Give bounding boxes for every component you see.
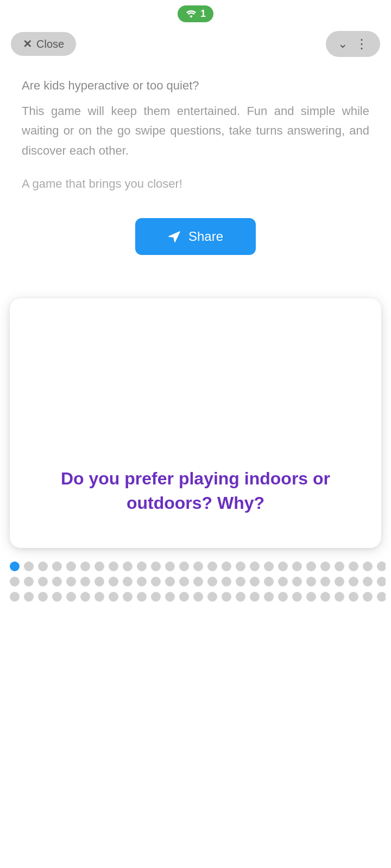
main-content: Are kids hyperactive or too quiet? This … [0, 62, 391, 298]
pagination-dot[interactable] [236, 561, 245, 571]
pagination-dot[interactable] [80, 561, 90, 571]
pagination-dot[interactable] [222, 577, 231, 586]
pagination-dot[interactable] [123, 577, 133, 586]
pagination-dot[interactable] [207, 592, 217, 602]
pagination-dot[interactable] [193, 561, 203, 571]
pagination-dot[interactable] [66, 577, 76, 586]
pagination-dot[interactable] [264, 561, 274, 571]
pagination-dot[interactable] [123, 592, 133, 602]
share-label: Share [188, 229, 223, 244]
pagination-dot[interactable] [292, 561, 302, 571]
pagination-dot[interactable] [335, 561, 344, 571]
pagination-dot[interactable] [179, 592, 189, 602]
pagination-dot[interactable] [349, 561, 358, 571]
status-bar: 1 [0, 0, 391, 25]
pagination-dot[interactable] [52, 561, 62, 571]
pagination-dot[interactable] [123, 561, 133, 571]
close-button[interactable]: ✕ Close [11, 32, 76, 56]
pagination-dot[interactable] [363, 561, 373, 571]
pagination-dot[interactable] [193, 592, 203, 602]
wifi-icon [185, 10, 197, 18]
pagination-dot[interactable] [151, 577, 161, 586]
pagination-dot[interactable] [24, 577, 34, 586]
pagination-dot[interactable] [52, 577, 62, 586]
pagination-dot[interactable] [38, 592, 48, 602]
pagination-dot[interactable] [335, 577, 344, 586]
pagination-dot[interactable] [278, 577, 288, 586]
pagination-dot[interactable] [52, 592, 62, 602]
pagination-dot[interactable] [10, 592, 20, 602]
pagination-dot[interactable] [66, 592, 76, 602]
more-options-icon: ⋮ [355, 36, 369, 52]
pagination-dot[interactable] [377, 577, 386, 586]
pagination-dot[interactable] [10, 577, 20, 586]
pagination-dot[interactable] [165, 561, 175, 571]
pagination-dot[interactable] [38, 577, 48, 586]
pagination-dot[interactable] [207, 561, 217, 571]
pagination-dot[interactable] [165, 577, 175, 586]
pagination-dot[interactable] [306, 577, 316, 586]
pagination-dot[interactable] [38, 561, 48, 571]
pagination-dot[interactable] [179, 577, 189, 586]
pagination-dot[interactable] [377, 561, 386, 571]
pagination-dot[interactable] [292, 592, 302, 602]
pagination-dot[interactable] [137, 577, 147, 586]
pagination-dot[interactable] [66, 561, 76, 571]
pagination-dot[interactable] [24, 592, 34, 602]
pagination-dot[interactable] [349, 577, 358, 586]
pagination-dot[interactable] [94, 592, 104, 602]
pagination-dot[interactable] [250, 592, 260, 602]
pagination-dot[interactable] [109, 577, 118, 586]
pagination-dot[interactable] [193, 577, 203, 586]
pagination-dot[interactable] [320, 592, 330, 602]
pagination-dot[interactable] [363, 577, 373, 586]
pagination-dot[interactable] [377, 592, 386, 602]
pagination-dot[interactable] [222, 561, 231, 571]
description-body: This game will keep them entertained. Fu… [22, 101, 369, 161]
pagination-dot[interactable] [250, 577, 260, 586]
pagination-dot[interactable] [349, 592, 358, 602]
pagination-dot[interactable] [137, 592, 147, 602]
share-button-container: Share [22, 218, 369, 255]
pagination-dot[interactable] [278, 592, 288, 602]
question-card[interactable]: Do you prefer playing indoors or outdoor… [10, 298, 381, 548]
pagination-dot[interactable] [320, 577, 330, 586]
share-button[interactable]: Share [135, 218, 256, 255]
x-icon: ✕ [23, 37, 32, 50]
chevron-down-button[interactable]: ⌄ [335, 36, 351, 52]
question-text: Do you prefer playing indoors or outdoor… [31, 467, 360, 515]
pagination-dot[interactable] [165, 592, 175, 602]
pagination-dot[interactable] [278, 561, 288, 571]
description-title: Are kids hyperactive or too quiet? [22, 79, 369, 93]
send-icon [168, 230, 181, 243]
pagination-dot[interactable] [306, 561, 316, 571]
more-options-button[interactable]: ⋮ [353, 35, 371, 53]
pagination-dot[interactable] [306, 592, 316, 602]
pagination-dot[interactable] [151, 561, 161, 571]
card-section: Do you prefer playing indoors or outdoor… [0, 298, 391, 548]
pagination-dot[interactable] [236, 577, 245, 586]
pagination-dot[interactable] [94, 577, 104, 586]
dots-pagination [0, 548, 391, 610]
tagline: A game that brings you closer! [22, 177, 369, 191]
pagination-dot[interactable] [10, 561, 20, 571]
pagination-dot[interactable] [109, 561, 118, 571]
pagination-dot[interactable] [363, 592, 373, 602]
pagination-dot[interactable] [222, 592, 231, 602]
pagination-dot[interactable] [94, 561, 104, 571]
pagination-dot[interactable] [109, 592, 118, 602]
pagination-dot[interactable] [264, 592, 274, 602]
pagination-dot[interactable] [264, 577, 274, 586]
pagination-dot[interactable] [179, 561, 189, 571]
pagination-dot[interactable] [335, 592, 344, 602]
pagination-dot[interactable] [320, 561, 330, 571]
pagination-dot[interactable] [292, 577, 302, 586]
pagination-dot[interactable] [250, 561, 260, 571]
pagination-dot[interactable] [80, 577, 90, 586]
pagination-dot[interactable] [151, 592, 161, 602]
pagination-dot[interactable] [137, 561, 147, 571]
pagination-dot[interactable] [24, 561, 34, 571]
pagination-dot[interactable] [80, 592, 90, 602]
pagination-dot[interactable] [236, 592, 245, 602]
pagination-dot[interactable] [207, 577, 217, 586]
